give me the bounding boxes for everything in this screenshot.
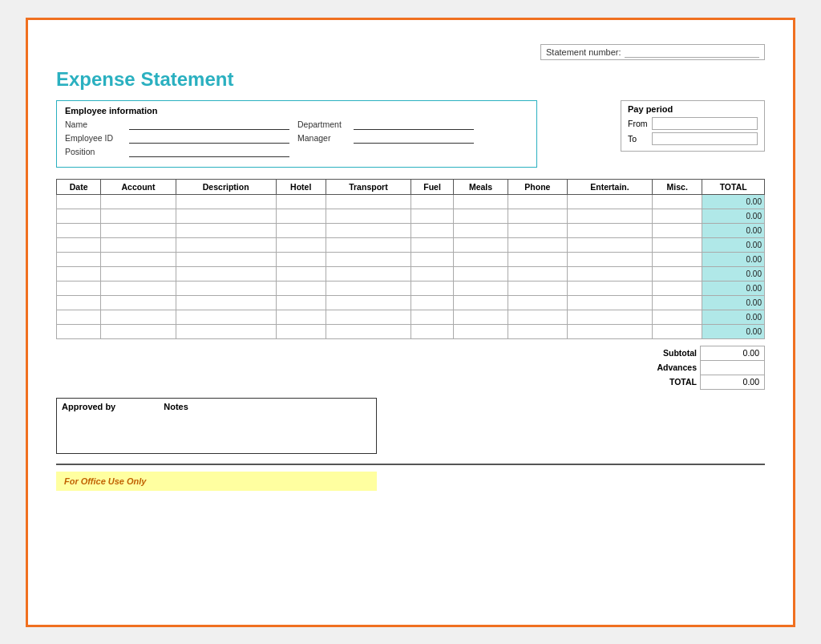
data-cell[interactable]: [101, 281, 176, 295]
data-cell[interactable]: [176, 281, 276, 295]
data-cell[interactable]: [101, 295, 176, 310]
data-cell[interactable]: [453, 237, 508, 252]
data-cell[interactable]: [326, 237, 410, 252]
data-cell[interactable]: [411, 324, 454, 338]
data-cell[interactable]: [508, 223, 568, 237]
data-cell[interactable]: [411, 310, 454, 324]
data-cell[interactable]: [176, 209, 276, 223]
data-cell[interactable]: [276, 281, 326, 295]
employee-id-input[interactable]: [129, 133, 289, 144]
data-cell[interactable]: [57, 223, 101, 237]
data-cell[interactable]: [326, 310, 410, 324]
data-cell[interactable]: [453, 223, 508, 237]
data-cell[interactable]: [176, 324, 276, 338]
data-cell[interactable]: [653, 310, 702, 324]
data-cell[interactable]: [653, 266, 702, 281]
data-cell[interactable]: [653, 237, 702, 252]
data-cell[interactable]: [653, 281, 702, 295]
data-cell[interactable]: [453, 194, 508, 209]
data-cell[interactable]: [653, 209, 702, 223]
data-cell[interactable]: [326, 281, 410, 295]
data-cell[interactable]: [567, 281, 652, 295]
data-cell[interactable]: [508, 237, 568, 252]
data-cell[interactable]: [411, 237, 454, 252]
data-cell[interactable]: [326, 252, 410, 266]
data-cell[interactable]: [101, 252, 176, 266]
position-input[interactable]: [129, 147, 289, 157]
data-cell[interactable]: [567, 295, 652, 310]
data-cell[interactable]: [453, 252, 508, 266]
data-cell[interactable]: [567, 310, 652, 324]
data-cell[interactable]: [411, 281, 454, 295]
data-cell[interactable]: [508, 252, 568, 266]
data-cell[interactable]: [276, 266, 326, 281]
data-cell[interactable]: [57, 310, 101, 324]
data-cell[interactable]: [57, 209, 101, 223]
data-cell[interactable]: [101, 194, 176, 209]
data-cell[interactable]: [101, 223, 176, 237]
data-cell[interactable]: [101, 209, 176, 223]
data-cell[interactable]: [57, 324, 101, 338]
data-cell[interactable]: [101, 324, 176, 338]
data-cell[interactable]: [567, 209, 652, 223]
data-cell[interactable]: [57, 237, 101, 252]
data-cell[interactable]: [57, 295, 101, 310]
data-cell[interactable]: [326, 266, 410, 281]
data-cell[interactable]: [453, 281, 508, 295]
data-cell[interactable]: [411, 266, 454, 281]
data-cell[interactable]: [276, 209, 326, 223]
data-cell[interactable]: [176, 237, 276, 252]
data-cell[interactable]: [326, 324, 410, 338]
data-cell[interactable]: [653, 295, 702, 310]
data-cell[interactable]: [411, 209, 454, 223]
data-cell[interactable]: [276, 295, 326, 310]
data-cell[interactable]: [453, 266, 508, 281]
data-cell[interactable]: [453, 324, 508, 338]
data-cell[interactable]: [508, 310, 568, 324]
data-cell[interactable]: [326, 295, 410, 310]
data-cell[interactable]: [508, 194, 568, 209]
department-input[interactable]: [354, 119, 474, 130]
data-cell[interactable]: [276, 194, 326, 209]
manager-input[interactable]: [354, 133, 474, 144]
data-cell[interactable]: [411, 223, 454, 237]
data-cell[interactable]: [567, 223, 652, 237]
data-cell[interactable]: [276, 310, 326, 324]
data-cell[interactable]: [276, 223, 326, 237]
data-cell[interactable]: [653, 324, 702, 338]
data-cell[interactable]: [508, 324, 568, 338]
statement-number-input[interactable]: [625, 47, 759, 58]
data-cell[interactable]: [567, 194, 652, 209]
data-cell[interactable]: [57, 266, 101, 281]
data-cell[interactable]: [653, 194, 702, 209]
data-cell[interactable]: [276, 252, 326, 266]
data-cell[interactable]: [453, 209, 508, 223]
data-cell[interactable]: [57, 252, 101, 266]
data-cell[interactable]: [101, 266, 176, 281]
data-cell[interactable]: [567, 324, 652, 338]
data-cell[interactable]: [567, 237, 652, 252]
data-cell[interactable]: [508, 266, 568, 281]
data-cell[interactable]: [176, 252, 276, 266]
data-cell[interactable]: [176, 310, 276, 324]
data-cell[interactable]: [411, 194, 454, 209]
data-cell[interactable]: [567, 266, 652, 281]
data-cell[interactable]: [453, 310, 508, 324]
data-cell[interactable]: [276, 324, 326, 338]
data-cell[interactable]: [508, 209, 568, 223]
data-cell[interactable]: [57, 194, 101, 209]
data-cell[interactable]: [567, 252, 652, 266]
data-cell[interactable]: [508, 281, 568, 295]
data-cell[interactable]: [101, 237, 176, 252]
data-cell[interactable]: [326, 209, 410, 223]
data-cell[interactable]: [653, 223, 702, 237]
name-input[interactable]: [129, 119, 289, 130]
data-cell[interactable]: [453, 295, 508, 310]
data-cell[interactable]: [176, 295, 276, 310]
data-cell[interactable]: [411, 295, 454, 310]
data-cell[interactable]: [411, 252, 454, 266]
data-cell[interactable]: [326, 223, 410, 237]
data-cell[interactable]: [57, 281, 101, 295]
data-cell[interactable]: [326, 194, 410, 209]
from-input[interactable]: [652, 117, 758, 130]
